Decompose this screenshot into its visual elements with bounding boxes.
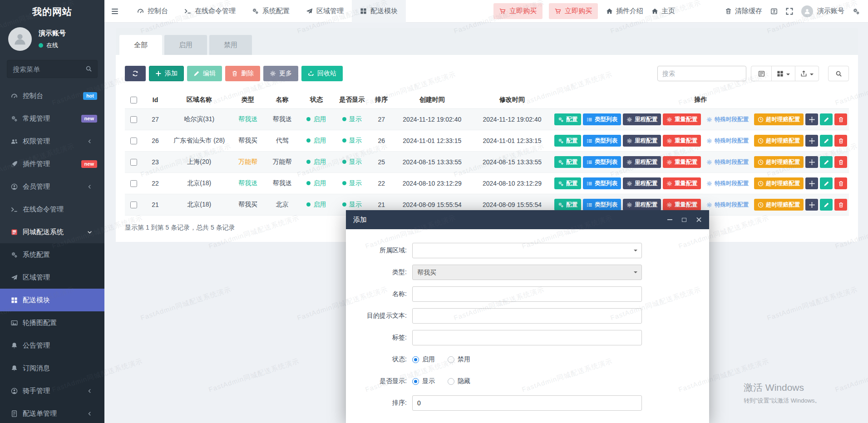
drag-sort-button[interactable] — [805, 113, 818, 125]
sidebar-item-rider-manage[interactable]: 骑手管理 — [0, 379, 104, 402]
timeout-claim-config-button[interactable]: 超时理赔配置 — [754, 177, 804, 189]
sidebar-toggle-icon[interactable] — [111, 7, 119, 15]
status-radios-option-0[interactable]: 启用 — [412, 355, 435, 364]
column-header-0[interactable]: Id — [143, 91, 168, 109]
mileage-config-button[interactable]: 里程配置 — [623, 135, 661, 147]
type-select[interactable]: 帮我买 — [412, 265, 642, 280]
config-button[interactable]: 配置 — [554, 199, 581, 211]
dialog-titlebar[interactable]: 添加 — [346, 210, 709, 229]
edit-row-button[interactable] — [820, 177, 833, 189]
sidebar-item-system-config[interactable]: 系统配置 — [0, 243, 104, 266]
type-list-button[interactable]: 类型列表 — [583, 113, 621, 125]
row-checkbox[interactable] — [130, 180, 137, 187]
sidebar-item-general[interactable]: 常规管理new — [0, 107, 104, 130]
mileage-config-button[interactable]: 里程配置 — [623, 156, 661, 168]
special-period-config-button[interactable]: 特殊时段配置 — [703, 156, 752, 168]
mileage-config-button[interactable]: 里程配置 — [623, 113, 661, 125]
sidebar-item-area-manage[interactable]: 区域管理 — [0, 266, 104, 289]
display-radios-option-0[interactable]: 显示 — [412, 377, 435, 385]
column-header-7[interactable]: 创建时间 — [393, 91, 472, 109]
weight-config-button[interactable]: 重量配置 — [663, 199, 701, 211]
config-button[interactable]: 配置 — [554, 113, 581, 125]
sidebar-item-banner-config[interactable]: 轮播图配置 — [0, 311, 104, 334]
row-checkbox[interactable] — [130, 138, 137, 144]
column-header-5[interactable]: 是否显示 — [334, 91, 370, 109]
mileage-config-button[interactable]: 里程配置 — [623, 177, 661, 189]
nav-tab-system-config[interactable]: 系统配置 — [244, 0, 298, 23]
edit-button[interactable]: 编辑 — [187, 66, 222, 81]
nav-tab-delivery-module[interactable]: 配送模块 — [352, 0, 406, 23]
add-button[interactable]: 添加 — [149, 66, 184, 81]
drag-sort-button[interactable] — [805, 199, 818, 211]
nav-tab-console[interactable]: 控制台 — [129, 0, 176, 23]
name-input[interactable] — [412, 286, 642, 302]
sidebar-item-notice-manage[interactable]: 公告管理 — [0, 334, 104, 357]
row-checkbox[interactable] — [130, 202, 137, 208]
column-header-3[interactable]: 名称 — [265, 91, 299, 109]
homepage-link[interactable]: 主页 — [651, 7, 675, 15]
buy-now-button-1[interactable]: 立即购买 — [493, 3, 542, 19]
delete-row-button[interactable] — [834, 177, 847, 189]
display-radios-option-1[interactable]: 隐藏 — [448, 377, 470, 385]
select-all-checkbox[interactable] — [130, 97, 137, 103]
menu-search-input[interactable] — [7, 60, 98, 78]
filter-tab-enabled[interactable]: 启用 — [164, 35, 207, 55]
special-period-config-button[interactable]: 特殊时段配置 — [703, 113, 752, 125]
type-list-button[interactable]: 类型列表 — [583, 177, 621, 189]
column-header-4[interactable]: 状态 — [299, 91, 334, 109]
mileage-config-button[interactable]: 里程配置 — [623, 199, 661, 211]
row-checkbox[interactable] — [130, 116, 137, 123]
timeout-claim-config-button[interactable]: 超时理赔配置 — [754, 113, 804, 125]
row-checkbox[interactable] — [130, 159, 137, 166]
timeout-claim-config-button[interactable]: 超时理赔配置 — [754, 135, 804, 147]
weight-config-button[interactable]: 重量配置 — [663, 135, 701, 147]
edit-row-button[interactable] — [820, 135, 833, 147]
filter-tab-all[interactable]: 全部 — [119, 35, 162, 55]
sidebar-item-delivery-module[interactable]: 配送模块 — [0, 289, 104, 311]
sidebar-item-member[interactable]: 会员管理 — [0, 175, 104, 198]
sidebar-item-console[interactable]: 控制台hot — [0, 84, 104, 107]
topbar-user-menu[interactable]: 演示账号 — [801, 5, 844, 17]
sidebar-item-addon-manage[interactable]: 插件管理new — [0, 152, 104, 175]
drag-sort-button[interactable] — [805, 177, 818, 189]
weight-config-button[interactable]: 重量配置 — [663, 156, 701, 168]
refresh-button[interactable] — [125, 66, 146, 81]
column-header-9[interactable]: 操作 — [552, 91, 849, 109]
site-title[interactable]: 我的网站 — [0, 0, 104, 24]
column-header-8[interactable]: 修改时间 — [472, 91, 552, 109]
type-list-button[interactable]: 类型列表 — [583, 156, 621, 168]
edit-row-button[interactable] — [820, 156, 833, 168]
table-search-input[interactable] — [657, 66, 746, 81]
special-period-config-button[interactable]: 特殊时段配置 — [703, 199, 752, 211]
language-icon[interactable] — [770, 8, 778, 15]
column-header-2[interactable]: 类型 — [231, 91, 265, 109]
minimize-icon[interactable] — [666, 216, 673, 223]
delete-row-button[interactable] — [834, 156, 847, 168]
nav-tab-command[interactable]: 在线命令管理 — [176, 0, 244, 23]
delete-row-button[interactable] — [834, 135, 847, 147]
config-button[interactable]: 配置 — [554, 177, 581, 189]
sidebar-item-subscribe-message[interactable]: 订阅消息 — [0, 357, 104, 379]
area-select[interactable] — [412, 243, 642, 258]
detail-view-button[interactable] — [751, 66, 772, 81]
type-list-button[interactable]: 类型列表 — [583, 135, 621, 147]
column-header-1[interactable]: 区域名称 — [168, 91, 231, 109]
more-button[interactable]: 更多 — [263, 66, 298, 81]
edit-row-button[interactable] — [820, 199, 833, 211]
status-radios-option-1[interactable]: 禁用 — [448, 355, 470, 364]
config-button[interactable]: 配置 — [554, 135, 581, 147]
fullscreen-icon[interactable] — [786, 8, 793, 15]
drag-sort-button[interactable] — [805, 156, 818, 168]
special-period-config-button[interactable]: 特殊时段配置 — [703, 177, 752, 189]
special-period-config-button[interactable]: 特殊时段配置 — [703, 135, 752, 147]
sidebar-item-delivery-order[interactable]: 配送单管理 — [0, 402, 104, 423]
nav-tab-area-manage[interactable]: 区域管理 — [298, 0, 352, 23]
purpose-text-input[interactable] — [412, 308, 642, 324]
drag-sort-button[interactable] — [805, 135, 818, 147]
columns-button[interactable] — [771, 66, 795, 81]
buy-now-button-2[interactable]: 立即购买 — [549, 3, 598, 19]
sidebar-item-auth[interactable]: 权限管理 — [0, 130, 104, 152]
recycle-bin-button[interactable]: 回收站 — [301, 66, 343, 81]
sidebar-item-command[interactable]: 在线命令管理 — [0, 198, 104, 221]
delete-row-button[interactable] — [834, 199, 847, 211]
